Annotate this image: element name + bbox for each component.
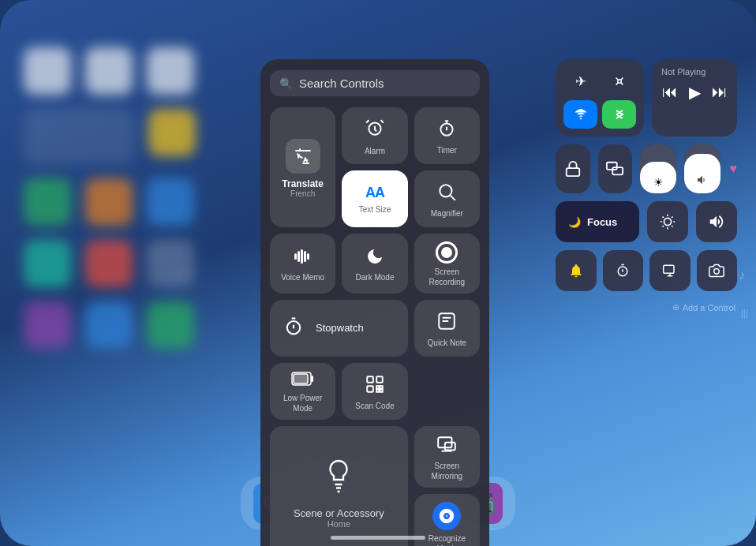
add-control-row: ⊕ Add a Control bbox=[556, 299, 737, 316]
bluetooth-button[interactable] bbox=[602, 100, 636, 129]
text-size-label: Text Size bbox=[359, 204, 391, 215]
volume-slider[interactable] bbox=[684, 144, 720, 193]
music-note-decoration: ♪ bbox=[739, 268, 745, 282]
dark-mode-label: Dark Mode bbox=[356, 272, 395, 282]
scene-accessory-icon bbox=[324, 458, 353, 503]
search-controls-panel: 🔍 Search Controls Translate French bbox=[260, 59, 489, 546]
media-prev-button[interactable]: ⏮ bbox=[662, 83, 678, 102]
stopwatch-label: Stopwatch bbox=[316, 322, 364, 335]
svg-rect-6 bbox=[301, 249, 303, 264]
voice-memo-label: Voice Memo bbox=[281, 272, 324, 282]
quick-note-control[interactable]: Quick Note bbox=[414, 300, 480, 357]
stopwatch-icon bbox=[283, 316, 305, 341]
voice-memo-icon bbox=[293, 247, 313, 269]
timer-icon bbox=[436, 118, 457, 142]
screen-mirroring-icon bbox=[436, 434, 457, 458]
svg-rect-26 bbox=[607, 163, 617, 170]
recognize-music-icon bbox=[432, 502, 461, 530]
svg-rect-14 bbox=[367, 376, 373, 383]
text-size-icon: AA bbox=[365, 185, 384, 201]
scan-code-label: Scan Code bbox=[355, 401, 394, 411]
screen-mirror-button[interactable] bbox=[598, 144, 633, 193]
connectivity-group: ✈ bbox=[556, 59, 644, 136]
appearance-button[interactable] bbox=[647, 201, 688, 242]
focus-button[interactable]: 🌙 Focus bbox=[556, 201, 639, 242]
scan-code-icon bbox=[365, 374, 385, 398]
screen-lock-button[interactable] bbox=[556, 144, 590, 193]
scene-accessory-control[interactable]: Scene or Accessory Home bbox=[270, 426, 408, 546]
scene-accessory-label: Scene or Accessory bbox=[294, 507, 384, 519]
low-power-label: Low Power Mode bbox=[275, 393, 331, 413]
svg-rect-22 bbox=[445, 443, 455, 451]
home-indicator bbox=[331, 536, 425, 540]
alarm-label: Alarm bbox=[365, 146, 385, 156]
screen-recording-control[interactable]: Screen Recording bbox=[414, 234, 480, 294]
stopwatch-control[interactable]: Stopwatch bbox=[270, 300, 408, 357]
recognize-music-label: Recognize Music bbox=[419, 533, 475, 546]
media-play-button[interactable]: ▶ bbox=[689, 83, 701, 102]
svg-rect-30 bbox=[663, 265, 673, 273]
svg-rect-8 bbox=[307, 253, 309, 260]
magnifier-icon bbox=[436, 181, 457, 205]
not-playing-label: Not Playing bbox=[661, 67, 728, 77]
search-icon: 🔍 bbox=[279, 77, 293, 90]
timer-label: Timer bbox=[437, 145, 457, 155]
magnifier-label: Magnifier bbox=[431, 208, 463, 219]
timer-control[interactable]: Timer bbox=[414, 107, 480, 164]
dark-mode-control[interactable]: Dark Mode bbox=[342, 234, 407, 294]
signal-decoration: ||| bbox=[741, 308, 748, 319]
low-power-icon bbox=[291, 371, 315, 390]
airdrop-button[interactable] bbox=[602, 67, 636, 95]
translate-icon bbox=[286, 139, 320, 174]
svg-rect-17 bbox=[376, 386, 379, 388]
bottom-controls-row bbox=[556, 250, 737, 291]
translate-control[interactable]: Translate French bbox=[270, 107, 335, 227]
wifi-button[interactable] bbox=[563, 100, 597, 129]
svg-point-3 bbox=[440, 185, 452, 196]
volume-button[interactable] bbox=[696, 201, 737, 242]
camera-button[interactable] bbox=[697, 250, 738, 291]
alarm-icon bbox=[365, 118, 385, 143]
bell-button[interactable] bbox=[556, 250, 597, 291]
alarm-control[interactable]: Alarm bbox=[342, 107, 407, 164]
add-control-label[interactable]: Add a Control bbox=[683, 303, 735, 312]
focus-label: Focus bbox=[587, 216, 617, 228]
media-next-button[interactable]: ⏭ bbox=[712, 83, 728, 102]
screen-cast-button[interactable] bbox=[649, 250, 691, 291]
screen-mirroring-control[interactable]: Screen Mirroring bbox=[414, 426, 480, 488]
focus-moon-icon: 🌙 bbox=[568, 216, 581, 228]
heart-icon: ♥ bbox=[728, 144, 738, 193]
svg-rect-4 bbox=[294, 253, 297, 260]
quick-note-label: Quick Note bbox=[428, 338, 466, 348]
svg-point-24 bbox=[579, 118, 581, 119]
brightness-slider[interactable]: ☀ bbox=[640, 144, 676, 193]
svg-rect-7 bbox=[304, 251, 306, 262]
svg-rect-25 bbox=[567, 168, 580, 176]
svg-rect-12 bbox=[311, 376, 313, 382]
control-center-top-row: ✈ Not Playing ⏮ ▶ ⏭ bbox=[556, 59, 737, 136]
voice-memo-control[interactable]: Voice Memo bbox=[270, 234, 335, 294]
svg-rect-16 bbox=[367, 386, 373, 392]
svg-point-28 bbox=[664, 218, 671, 225]
focus-row: 🌙 Focus bbox=[556, 201, 737, 242]
text-size-control[interactable]: AA Text Size bbox=[342, 170, 407, 227]
dark-mode-icon bbox=[365, 247, 384, 269]
magnifier-control[interactable]: Magnifier bbox=[414, 170, 480, 227]
quick-note-icon bbox=[436, 311, 457, 335]
search-controls-label: Search Controls bbox=[299, 77, 384, 90]
airplane-mode-button[interactable]: ✈ bbox=[563, 67, 597, 95]
background-apps bbox=[24, 47, 245, 442]
add-control-dot: ⊕ bbox=[672, 302, 679, 312]
scan-code-control[interactable]: Scan Code bbox=[342, 363, 407, 420]
media-controls: ⏮ ▶ ⏭ bbox=[661, 83, 728, 102]
scene-accessory-sublabel: Home bbox=[327, 519, 350, 529]
svg-rect-18 bbox=[380, 386, 382, 388]
svg-rect-20 bbox=[380, 389, 382, 391]
svg-rect-15 bbox=[376, 376, 383, 383]
low-power-control[interactable]: Low Power Mode bbox=[270, 363, 335, 420]
svg-point-23 bbox=[617, 80, 621, 84]
controls-grid: Translate French Alarm bbox=[270, 107, 480, 546]
timer-button[interactable] bbox=[603, 250, 644, 291]
screen-mirroring-label: Screen Mirroring bbox=[419, 461, 475, 481]
search-controls-bar[interactable]: 🔍 Search Controls bbox=[270, 70, 480, 96]
